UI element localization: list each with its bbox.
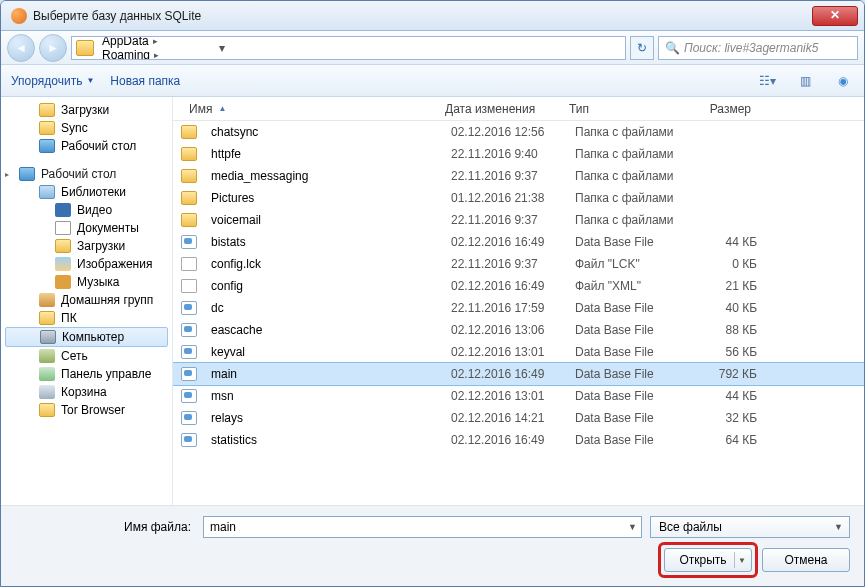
- sidebar-item[interactable]: ПК: [1, 309, 172, 327]
- search-input[interactable]: 🔍 Поиск: live#3agermanik5: [658, 36, 858, 60]
- sidebar-item[interactable]: Видео: [1, 201, 172, 219]
- file-icon: [181, 125, 197, 139]
- column-headers[interactable]: Имя▲ Дата изменения Тип Размер: [173, 97, 864, 121]
- file-row[interactable]: media_messaging22.11.2016 9:37Папка с фа…: [173, 165, 864, 187]
- col-size[interactable]: Размер: [681, 98, 759, 120]
- app-icon: [11, 8, 27, 24]
- item-icon: [39, 311, 55, 325]
- address-dropdown[interactable]: ▾: [213, 41, 231, 55]
- file-type-filter[interactable]: Все файлы▼: [650, 516, 850, 538]
- sidebar: ЗагрузкиSyncРабочий стол ▸Рабочий стол Б…: [1, 97, 173, 505]
- item-icon: [55, 275, 71, 289]
- item-icon: [39, 121, 55, 135]
- sidebar-item[interactable]: Tor Browser: [1, 401, 172, 419]
- toolbar: Упорядочить ▼ Новая папка ☷▾ ▥ ◉: [1, 65, 864, 97]
- col-name[interactable]: Имя▲: [181, 98, 437, 120]
- library-icon: [39, 185, 55, 199]
- file-row[interactable]: main02.12.2016 16:49Data Base File792 КБ: [173, 363, 864, 385]
- breadcrumb-segment[interactable]: Roaming▸: [100, 48, 211, 60]
- search-placeholder: Поиск: live#3agermanik5: [684, 41, 818, 55]
- open-button[interactable]: Открыть▼: [664, 548, 752, 572]
- item-icon: [55, 257, 71, 271]
- help-icon[interactable]: ◉: [832, 72, 854, 90]
- col-date[interactable]: Дата изменения: [437, 98, 561, 120]
- sidebar-item[interactable]: Документы: [1, 219, 172, 237]
- file-row[interactable]: msn02.12.2016 13:01Data Base File44 КБ: [173, 385, 864, 407]
- file-row[interactable]: Pictures01.12.2016 21:38Папка с файлами: [173, 187, 864, 209]
- file-row[interactable]: config02.12.2016 16:49Файл "XML"21 КБ: [173, 275, 864, 297]
- file-row[interactable]: eascache02.12.2016 13:06Data Base File88…: [173, 319, 864, 341]
- item-icon: [39, 139, 55, 153]
- file-icon: [181, 213, 197, 227]
- body: ЗагрузкиSyncРабочий стол ▸Рабочий стол Б…: [1, 97, 864, 505]
- sidebar-desktop-head[interactable]: ▸Рабочий стол: [1, 165, 172, 183]
- file-icon: [181, 257, 197, 271]
- filename-input[interactable]: main▼: [203, 516, 642, 538]
- file-row[interactable]: relays02.12.2016 14:21Data Base File32 К…: [173, 407, 864, 429]
- item-icon: [39, 349, 55, 363]
- file-row[interactable]: dc22.11.2016 17:59Data Base File40 КБ: [173, 297, 864, 319]
- file-row[interactable]: statistics02.12.2016 16:49Data Base File…: [173, 429, 864, 451]
- file-icon: [181, 389, 197, 403]
- item-icon: [39, 385, 55, 399]
- file-icon: [181, 191, 197, 205]
- address-bar[interactable]: Пользователи▸ПК▸AppData▸Roaming▸Skype▸li…: [71, 36, 626, 60]
- sidebar-item[interactable]: Изображения: [1, 255, 172, 273]
- file-icon: [181, 235, 197, 249]
- titlebar[interactable]: Выберите базу данных SQLite ✕: [1, 1, 864, 31]
- file-row[interactable]: chatsync02.12.2016 12:56Папка с файлами: [173, 121, 864, 143]
- organize-menu[interactable]: Упорядочить ▼: [11, 74, 94, 88]
- file-icon: [181, 411, 197, 425]
- item-icon: [39, 103, 55, 117]
- item-icon: [39, 403, 55, 417]
- file-row[interactable]: voicemail22.11.2016 9:37Папка с файлами: [173, 209, 864, 231]
- item-icon: [39, 293, 55, 307]
- file-icon: [181, 147, 197, 161]
- sidebar-item[interactable]: Домашняя групп: [1, 291, 172, 309]
- back-button[interactable]: ◄: [7, 34, 35, 62]
- chevron-down-icon[interactable]: ▼: [628, 522, 637, 532]
- desktop-icon: [19, 167, 35, 181]
- breadcrumb-segment[interactable]: AppData▸: [100, 36, 211, 48]
- sidebar-item[interactable]: Рабочий стол: [1, 137, 172, 155]
- file-row[interactable]: config.lck22.11.2016 9:37Файл "LCK"0 КБ: [173, 253, 864, 275]
- navbar: ◄ ► Пользователи▸ПК▸AppData▸Roaming▸Skyp…: [1, 31, 864, 65]
- sidebar-item[interactable]: Корзина: [1, 383, 172, 401]
- item-icon: [55, 221, 71, 235]
- new-folder-button[interactable]: Новая папка: [110, 74, 180, 88]
- chevron-down-icon[interactable]: ▼: [834, 522, 843, 532]
- search-icon: 🔍: [665, 41, 680, 55]
- file-row[interactable]: bistats02.12.2016 16:49Data Base File44 …: [173, 231, 864, 253]
- close-button[interactable]: ✕: [812, 6, 858, 26]
- sidebar-item[interactable]: Sync: [1, 119, 172, 137]
- view-options-icon[interactable]: ☷▾: [756, 72, 778, 90]
- cancel-button[interactable]: Отмена: [762, 548, 850, 572]
- footer: Имя файла: main▼ Все файлы▼ Открыть▼ Отм…: [1, 505, 864, 586]
- filename-label: Имя файла:: [15, 520, 195, 534]
- file-row[interactable]: httpfe22.11.2016 9:40Папка с файлами: [173, 143, 864, 165]
- file-icon: [181, 345, 197, 359]
- file-dialog: Выберите базу данных SQLite ✕ ◄ ► Пользо…: [0, 0, 865, 587]
- sidebar-item[interactable]: Загрузки: [1, 101, 172, 119]
- file-row[interactable]: keyval02.12.2016 13:01Data Base File56 К…: [173, 341, 864, 363]
- sidebar-item[interactable]: Сеть: [1, 347, 172, 365]
- folder-icon: [76, 40, 94, 56]
- refresh-button[interactable]: ↻: [630, 36, 654, 60]
- chevron-down-icon[interactable]: ▼: [738, 556, 746, 565]
- file-icon: [181, 169, 197, 183]
- col-type[interactable]: Тип: [561, 98, 681, 120]
- forward-button[interactable]: ►: [39, 34, 67, 62]
- sidebar-item[interactable]: Музыка: [1, 273, 172, 291]
- file-list: Имя▲ Дата изменения Тип Размер chatsync0…: [173, 97, 864, 505]
- file-icon: [181, 367, 197, 381]
- sidebar-item[interactable]: Панель управле: [1, 365, 172, 383]
- item-icon: [55, 203, 71, 217]
- item-icon: [39, 367, 55, 381]
- sidebar-item[interactable]: Компьютер: [5, 327, 168, 347]
- file-icon: [181, 323, 197, 337]
- file-icon: [181, 301, 197, 315]
- preview-pane-icon[interactable]: ▥: [794, 72, 816, 90]
- sidebar-item[interactable]: Загрузки: [1, 237, 172, 255]
- item-icon: [55, 239, 71, 253]
- sidebar-libraries[interactable]: Библиотеки: [1, 183, 172, 201]
